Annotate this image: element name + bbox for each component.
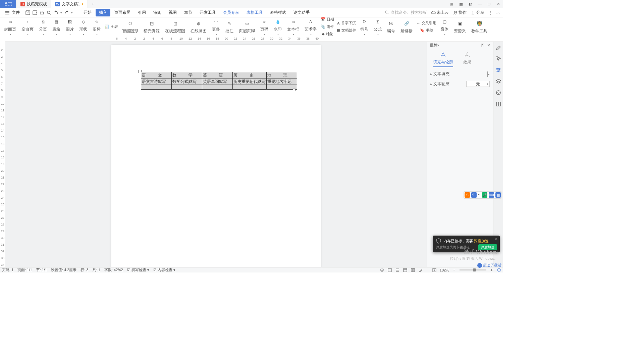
sb-settings-icon[interactable] xyxy=(495,66,502,73)
ime-toolbar[interactable]: S 中 •, 🎤 ⌨ ▦ xyxy=(464,191,502,199)
collapse-ribbon-icon[interactable]: ︿ xyxy=(496,10,500,15)
zoom-in[interactable]: ＋ xyxy=(490,267,493,272)
view-outline-icon[interactable] xyxy=(395,268,399,272)
ribbon-超链接[interactable]: 🔗超链接 xyxy=(398,17,415,36)
fullscreen-icon[interactable] xyxy=(497,268,501,272)
menu-tab-6[interactable]: 章节 xyxy=(181,9,196,16)
sb-pencil-icon[interactable] xyxy=(495,44,502,50)
ribbon-形状[interactable]: ◇形状 xyxy=(76,17,90,36)
ribbon-在线脑图[interactable]: ◍在线脑图 xyxy=(188,17,209,36)
zoom-out[interactable]: － xyxy=(452,267,456,272)
theme-icon[interactable]: ◐ xyxy=(466,0,475,8)
zoom-slider[interactable] xyxy=(460,269,486,270)
menu-tab-7[interactable]: 开发工具 xyxy=(196,9,219,16)
view-web-icon[interactable] xyxy=(403,268,407,272)
cloud-status[interactable]: 未上云 xyxy=(431,10,449,15)
write-mode-icon[interactable] xyxy=(418,268,423,272)
ribbon-书签[interactable]: 🔖书签 xyxy=(415,27,438,34)
sb-target-icon[interactable] xyxy=(495,89,502,96)
ime-cn-icon[interactable]: 中 xyxy=(471,192,477,198)
table-cell[interactable] xyxy=(172,85,202,90)
ribbon-附件[interactable]: 📎附件 xyxy=(319,23,335,30)
table-cell[interactable]: 英语单词默写 xyxy=(202,79,233,85)
horizontal-ruler[interactable]: 642246810121416182022242628303234363840 xyxy=(5,36,503,42)
ribbon-封面页[interactable]: ▭封面页 xyxy=(1,17,19,36)
tab-home[interactable]: 首页 xyxy=(0,0,16,8)
coop-link[interactable]: 协作 xyxy=(453,10,467,15)
popup-close-icon[interactable]: ✕ xyxy=(495,237,498,241)
status-contentcheck[interactable]: ☑ 内容检查 ▾ xyxy=(153,267,175,272)
table-cell[interactable] xyxy=(233,85,267,90)
sb-book-icon[interactable] xyxy=(495,101,502,107)
ribbon-文档部件[interactable]: ▦文档部件 xyxy=(335,27,358,34)
ribbon-页码[interactable]: #页码 xyxy=(258,17,271,36)
table-cell[interactable] xyxy=(202,85,233,90)
tab-document[interactable]: W 文字文稿1 • xyxy=(51,0,88,8)
ribbon-资源夹[interactable]: ▣资源夹 xyxy=(451,17,469,36)
ribbon-窗体[interactable]: ▢窗体 xyxy=(438,17,451,36)
print-icon[interactable] xyxy=(39,10,44,15)
close-button[interactable]: ✕ xyxy=(494,0,503,8)
panel-close-icon[interactable]: ✕ xyxy=(487,43,490,48)
ribbon-图片[interactable]: 🖼图片 xyxy=(63,17,76,36)
preview-icon[interactable] xyxy=(46,10,51,15)
share-link[interactable]: 分享 xyxy=(471,10,484,15)
table-resize-handle[interactable] xyxy=(293,89,296,91)
table-cell[interactable]: 英 语 xyxy=(202,72,233,79)
menu-tab-2[interactable]: 页面布局 xyxy=(111,9,134,16)
ribbon-图标[interactable]: ☆图标 xyxy=(90,17,103,36)
menu-tab-9[interactable]: 表格工具 xyxy=(243,9,266,16)
table-cell[interactable]: 地 理 xyxy=(267,72,297,79)
command-search[interactable]: 查找命令、搜索模板 xyxy=(385,10,427,15)
ribbon-批注[interactable]: ✎批注 xyxy=(223,17,236,36)
table-cell[interactable]: 重要地名牢记 xyxy=(267,79,297,85)
status-spellcheck[interactable]: ☑ 拼写检查 ▾ xyxy=(127,267,149,272)
menu-tab-8[interactable]: 会员专享 xyxy=(220,9,243,16)
ribbon-图表[interactable]: 📊图表 xyxy=(103,23,119,30)
ime-s-icon[interactable]: S xyxy=(465,192,470,198)
ribbon-在线流程图[interactable]: ◫在线流程图 xyxy=(162,17,188,36)
view-read-icon[interactable] xyxy=(411,268,415,272)
ribbon-分页[interactable]: ⎘分页 xyxy=(36,17,50,36)
ribbon-符号[interactable]: Ω符号 xyxy=(358,17,371,36)
tab-templates[interactable]: D 找稻壳模板 xyxy=(16,0,51,8)
table-cell[interactable]: 历史重要朝代默写 xyxy=(233,79,267,85)
ribbon-空白页[interactable]: ▫空白页 xyxy=(19,17,36,36)
pin-icon[interactable]: ⇱ xyxy=(481,43,484,48)
maximize-button[interactable]: □ xyxy=(484,0,494,8)
ime-kb-icon[interactable]: ⌨ xyxy=(489,192,494,198)
menu-tab-5[interactable]: 视图 xyxy=(165,9,180,16)
table-cell[interactable]: 数学公式默写 xyxy=(172,79,202,85)
save-icon[interactable] xyxy=(25,10,30,15)
sb-cursor-icon[interactable] xyxy=(495,55,502,62)
table-cell[interactable]: 语文古诗默写 xyxy=(141,79,172,85)
fit-icon[interactable] xyxy=(432,268,436,272)
ribbon-日期[interactable]: 📅日期 xyxy=(319,16,335,23)
menu-tab-10[interactable]: 表格样式 xyxy=(267,9,289,16)
document-page[interactable]: 语 文数 学英 语历 史地 理语文古诗默写数学公式默写英语单词默写历史重要朝代默… xyxy=(111,45,321,267)
ribbon-公式[interactable]: ∑公式 xyxy=(371,17,384,36)
ribbon-更多[interactable]: ⋯更多 xyxy=(209,17,223,36)
table-cell[interactable] xyxy=(141,85,172,90)
redo-drop[interactable]: ▾ xyxy=(71,11,73,14)
ribbon-交叉引用[interactable]: ↔交叉引用 xyxy=(415,20,438,27)
save-as-icon[interactable] xyxy=(32,10,37,15)
redo-icon[interactable] xyxy=(64,10,69,15)
menu-tab-1[interactable]: 插入 xyxy=(96,9,110,16)
file-menu[interactable]: 文件 xyxy=(3,10,22,15)
table-cell[interactable] xyxy=(267,85,297,90)
eye-icon[interactable] xyxy=(380,268,384,272)
table-cell[interactable]: 数 学 xyxy=(172,72,202,79)
sb-layers-icon[interactable] xyxy=(495,78,502,85)
ribbon-首字下沉[interactable]: A首字下沉 xyxy=(335,20,358,27)
more-icon[interactable]: ⋮ xyxy=(488,10,492,15)
ribbon-文本框[interactable]: ▭文本框 xyxy=(284,17,302,36)
menu-tab-11[interactable]: 论文助手 xyxy=(290,9,313,16)
ribbon-智能图形[interactable]: ⬡智能图形 xyxy=(119,17,141,36)
document-table[interactable]: 语 文数 学英 语历 史地 理语文古诗默写数学公式默写英语单词默写历史重要朝代默… xyxy=(141,72,297,90)
outline-select[interactable]: 无 xyxy=(466,81,490,87)
menu-tab-0[interactable]: 开始 xyxy=(80,9,95,16)
undo-drop[interactable]: ▾ xyxy=(60,11,62,14)
ime-mic-icon[interactable]: 🎤 xyxy=(482,192,487,198)
ribbon-编号[interactable]: №编号 xyxy=(384,17,398,36)
